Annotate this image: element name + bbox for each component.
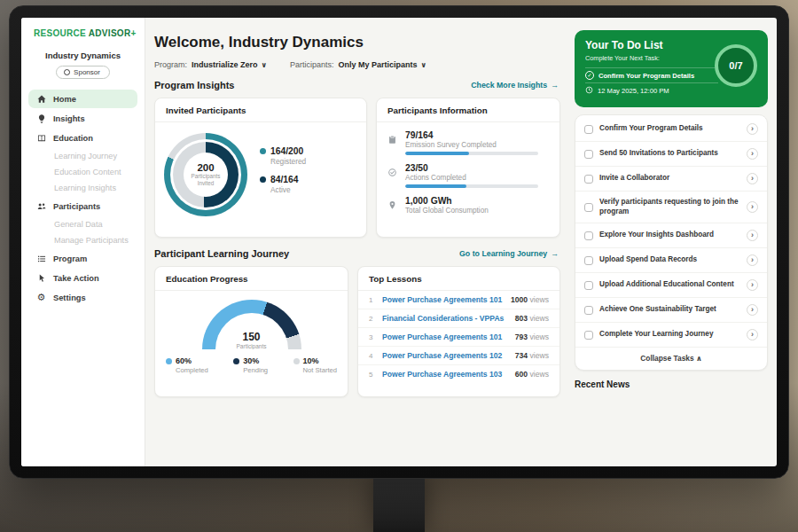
invited-participants-card: Invited Participants 200 Participants In… [154, 98, 367, 238]
target-icon [64, 69, 70, 75]
sidebar-item-general-data[interactable]: General Data [28, 216, 137, 232]
lesson-views-value: 803 [515, 314, 528, 323]
clipboard-icon [387, 130, 398, 155]
chevron-right-icon[interactable]: › [747, 329, 758, 340]
lesson-views-unit: views [530, 295, 550, 304]
sidebar-item-label: Home [53, 95, 76, 104]
lesson-rank: 1 [369, 296, 376, 304]
clock-icon [585, 86, 593, 96]
task-label: Verify participants requesting to join t… [599, 198, 740, 216]
info-label: Total Global Consumption [405, 207, 489, 215]
sidebar-item-settings[interactable]: ⚙ Settings [28, 288, 137, 307]
legend-value: 10% [303, 356, 319, 365]
cursor-icon [35, 272, 47, 284]
chevron-right-icon[interactable]: › [747, 230, 758, 241]
lesson-views-unit: views [530, 370, 550, 379]
people-icon [35, 200, 47, 212]
todo-progress-ring: 0/7 [715, 44, 757, 87]
lesson-link[interactable]: Power Purchase Agreements 101 [382, 332, 509, 341]
task-checkbox[interactable] [584, 331, 593, 340]
sidebar-item-learning-insights[interactable]: Learning Insights [28, 180, 137, 196]
todo-next-task[interactable]: ✓ Confirm Your Program Details [585, 67, 718, 82]
lesson-row: 1 Power Purchase Agreements 101 1000 vie… [358, 291, 559, 309]
gauge-legend: 60% Completed 30% Pending 10% Not Starte… [155, 353, 348, 374]
book-icon [35, 132, 47, 144]
info-label: Actions Completed [405, 174, 538, 182]
gear-icon: ⚙ [35, 292, 47, 303]
task-checkbox[interactable] [584, 256, 593, 265]
sidebar-item-take-action[interactable]: Take Action [28, 269, 137, 287]
lesson-link[interactable]: Power Purchase Agreements 101 [382, 295, 505, 304]
progress-fill [405, 184, 466, 188]
lesson-views-value: 793 [515, 332, 528, 341]
chevron-right-icon[interactable]: › [747, 279, 758, 291]
program-dropdown[interactable]: Industrialize Zero ∨ [192, 60, 267, 69]
sponsor-badge[interactable]: Sponsor [56, 66, 110, 79]
chevron-right-icon[interactable]: › [747, 173, 758, 184]
education-gauge-chart: 150 Participants [202, 300, 301, 349]
sidebar-item-education-content[interactable]: Education Content [28, 164, 137, 180]
task-row[interactable]: Upload Spend Data Records › [575, 248, 767, 273]
check-circle-icon: ✓ [585, 71, 594, 80]
chevron-right-icon[interactable]: › [747, 201, 758, 213]
legend-bullet [260, 148, 266, 154]
task-checkbox[interactable] [584, 203, 593, 212]
lesson-views-value: 734 [515, 351, 528, 360]
sidebar-item-manage-participants[interactable]: Manage Participants [28, 232, 137, 248]
lesson-link[interactable]: Financial Considerations - VPPAs [382, 314, 509, 323]
legend-value: 30% [243, 356, 259, 365]
task-row[interactable]: Send 50 Invitations to Participants › [575, 142, 767, 167]
card-title: Invited Participants [155, 98, 366, 122]
todo-due-date: 12 May 2025, 12:00 PM [585, 82, 718, 98]
task-row[interactable]: Confirm Your Program Details › [575, 117, 767, 142]
task-row[interactable]: Complete Your Learning Journey › [575, 323, 767, 348]
donut-center-label: Participants Invited [187, 173, 224, 186]
legend-value: 164/200 [270, 146, 303, 156]
sidebar-item-education[interactable]: Education [28, 129, 137, 147]
legend-label: Registered [270, 157, 306, 166]
collapse-tasks-button[interactable]: Collapse Tasks ∧ [575, 348, 767, 368]
chevron-right-icon[interactable]: › [747, 254, 758, 266]
task-label: Upload Spend Data Records [599, 255, 740, 265]
lesson-row: 3 Power Purchase Agreements 101 793 view… [358, 328, 559, 347]
list-icon [35, 253, 47, 264]
top-lessons-card: Top Lessons 1 Power Purchase Agreements … [357, 266, 560, 397]
sidebar-item-insights[interactable]: Insights [28, 109, 137, 128]
check-more-insights-link[interactable]: Check More Insights → [471, 81, 559, 90]
task-row[interactable]: Invite a Collaborator › [575, 167, 767, 192]
chevron-down-icon: ∨ [421, 61, 427, 69]
task-checkbox[interactable] [584, 175, 593, 184]
task-label: Confirm Your Program Details [599, 124, 740, 134]
education-progress-card: Education Progress 150 Participants 60 [154, 266, 348, 397]
sidebar-item-learning-journey[interactable]: Learning Journey [28, 148, 137, 164]
lesson-link[interactable]: Power Purchase Agreements 103 [382, 370, 509, 379]
lesson-rank: 5 [369, 371, 376, 379]
participants-dropdown[interactable]: Only My Participants ∨ [339, 60, 427, 69]
chevron-right-icon[interactable]: › [747, 123, 758, 135]
lightbulb-icon [35, 113, 47, 124]
task-checkbox[interactable] [584, 306, 593, 315]
chevron-right-icon[interactable]: › [747, 304, 758, 316]
task-row[interactable]: Upload Additional Educational Content › [575, 273, 767, 298]
task-row[interactable]: Achieve One Sustainability Target › [575, 298, 767, 323]
task-row[interactable]: Verify participants requesting to join t… [575, 192, 767, 223]
go-to-learning-journey-link[interactable]: Go to Learning Journey → [459, 249, 559, 258]
task-checkbox[interactable] [584, 281, 593, 290]
task-label: Invite a Collaborator [599, 174, 740, 184]
lesson-row: 5 Power Purchase Agreements 103 600 view… [358, 365, 559, 383]
task-checkbox[interactable] [584, 231, 593, 240]
sidebar-item-participants[interactable]: Participants [28, 197, 137, 215]
sidebar-item-label: Take Action [53, 274, 99, 283]
task-checkbox[interactable] [584, 150, 593, 159]
sidebar-item-home[interactable]: Home [28, 90, 137, 108]
task-row[interactable]: Explore Your Insights Dashboard › [575, 223, 767, 248]
participants-filter-label: Participants: [290, 60, 334, 69]
participants-information-card: Participants Information 79/164 Emission… [376, 98, 560, 238]
lesson-link[interactable]: Power Purchase Agreements 102 [382, 351, 509, 360]
info-value: 23/50 [405, 163, 538, 173]
brand-plus: + [130, 28, 136, 38]
caret-up-icon: ∧ [696, 354, 702, 363]
task-checkbox[interactable] [584, 125, 593, 134]
sidebar-item-program[interactable]: Program [28, 249, 137, 268]
chevron-right-icon[interactable]: › [747, 148, 758, 160]
